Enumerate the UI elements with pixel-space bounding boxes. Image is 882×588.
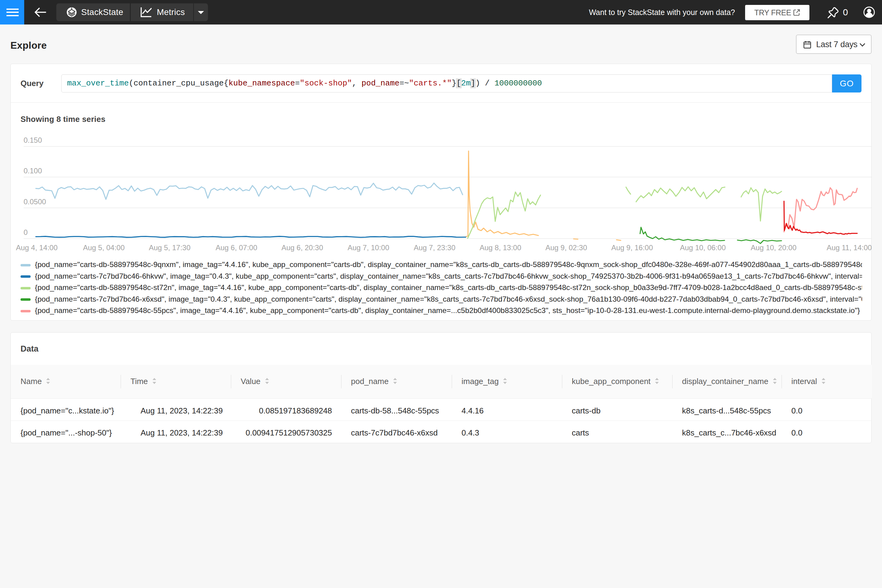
svg-text:Aug 7, 10:00: Aug 7, 10:00 <box>348 243 389 252</box>
svg-text:Aug 10, 06:00: Aug 10, 06:00 <box>680 243 726 252</box>
svg-text:0.150: 0.150 <box>24 136 42 144</box>
svg-text:Aug 5, 17:30: Aug 5, 17:30 <box>149 243 190 252</box>
svg-text:Aug 6, 07:00: Aug 6, 07:00 <box>216 243 257 252</box>
svg-text:Aug 8, 13:00: Aug 8, 13:00 <box>480 243 521 252</box>
svg-text:Aug 4, 14:00: Aug 4, 14:00 <box>16 243 58 252</box>
svg-text:Aug 11, 14:00: Aug 11, 14:00 <box>826 243 872 252</box>
svg-text:Aug 6, 20:30: Aug 6, 20:30 <box>282 243 323 252</box>
svg-text:Aug 10, 20:00: Aug 10, 20:00 <box>751 243 796 252</box>
svg-text:Aug 5, 04:00: Aug 5, 04:00 <box>83 243 124 252</box>
svg-text:Aug 9, 16:00: Aug 9, 16:00 <box>611 243 653 252</box>
svg-text:0: 0 <box>24 228 28 236</box>
svg-text:Aug 7, 23:30: Aug 7, 23:30 <box>414 243 455 252</box>
svg-text:0.100: 0.100 <box>24 166 42 175</box>
svg-text:Aug 9, 02:30: Aug 9, 02:30 <box>545 243 587 252</box>
svg-text:0.0500: 0.0500 <box>24 198 46 206</box>
